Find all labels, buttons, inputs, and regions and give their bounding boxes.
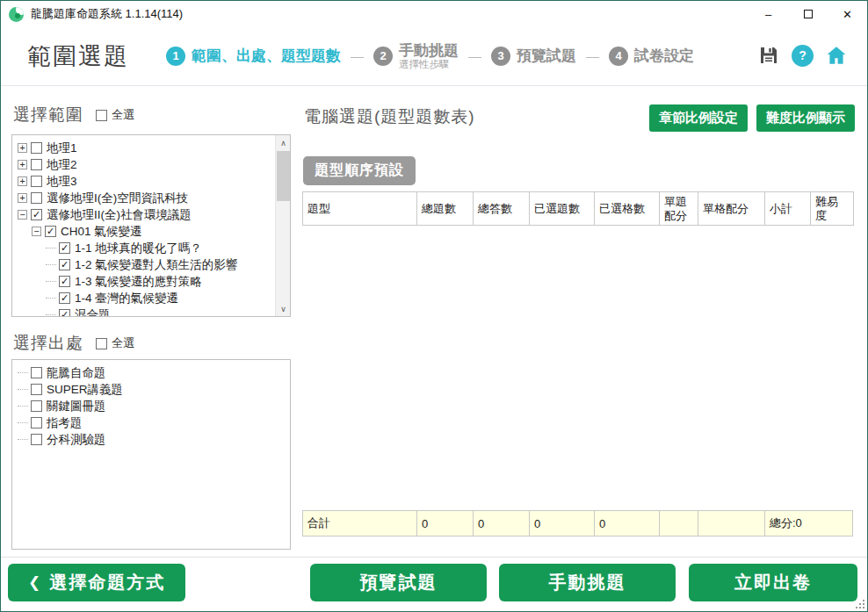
- tree-item-checkbox[interactable]: ✓: [59, 242, 70, 254]
- tree-item[interactable]: ✓ 混合題: [46, 306, 290, 317]
- tree-item[interactable]: ✓ 1-4 臺灣的氣候變遷: [46, 290, 290, 306]
- expand-toggle-icon[interactable]: +: [18, 143, 27, 153]
- tree-item-label[interactable]: CH01 氣候變遷: [61, 224, 141, 240]
- tree-item[interactable]: ✓ 1-1 地球真的暖化了嗎？: [46, 240, 290, 256]
- generate-exam-button[interactable]: 立即出卷: [689, 564, 857, 601]
- tree-item[interactable]: + 地理1: [18, 140, 290, 156]
- close-button[interactable]: ✕: [828, 1, 867, 27]
- tree-item-checkbox[interactable]: [31, 367, 42, 378]
- tree-item-checkbox[interactable]: ✓: [31, 209, 42, 220]
- source-select-all-checkbox[interactable]: [96, 338, 107, 349]
- scroll-down-icon[interactable]: ∨: [276, 301, 291, 316]
- tree-item[interactable]: ✓ 1-2 氣候變遷對人類生活的影響: [46, 256, 290, 273]
- step[interactable]: 3 預覽試題: [491, 47, 576, 66]
- column-header: 單題配分: [660, 192, 698, 226]
- save-icon[interactable]: [757, 44, 780, 67]
- tree-item-label[interactable]: 關鍵圖冊題: [47, 399, 106, 414]
- source-select-all[interactable]: 全選: [96, 335, 134, 351]
- computer-heading: 電腦選題(題型題數表): [304, 105, 475, 128]
- tree-item-checkbox[interactable]: [31, 434, 42, 445]
- step-separator: —: [586, 48, 599, 63]
- column-header: 已選題數: [530, 192, 595, 226]
- scroll-up-icon[interactable]: ∧: [276, 135, 291, 150]
- resize-grip[interactable]: [856, 600, 864, 608]
- tree-item[interactable]: 龍騰自命題: [18, 364, 290, 381]
- tree-item-checkbox[interactable]: [31, 400, 42, 412]
- tree-item-label[interactable]: SUPER講義題: [47, 382, 123, 398]
- tree-item-label[interactable]: 龍騰自命題: [47, 365, 106, 381]
- tree-item[interactable]: − ✓ CH01 氣候變遷: [32, 223, 290, 240]
- tree-item[interactable]: + 地理2: [18, 156, 290, 173]
- range-select-all[interactable]: 全選: [96, 107, 134, 123]
- tree-item-label[interactable]: 選修地理II(全)社會環境議題: [47, 207, 192, 223]
- step[interactable]: 2 手動挑題 選擇性步驟: [373, 42, 459, 71]
- back-to-method-button[interactable]: ❮ 選擇命題方式: [8, 564, 185, 601]
- tree-item-label[interactable]: 分科測驗題: [47, 432, 106, 448]
- tree-item[interactable]: ✓ 1-3 氣候變遷的應對策略: [46, 273, 290, 290]
- expand-toggle-icon[interactable]: −: [32, 227, 41, 236]
- expand-toggle-icon[interactable]: +: [18, 160, 27, 169]
- difficulty-ratio-button[interactable]: 難度比例顯示: [756, 104, 855, 132]
- tree-item-label[interactable]: 指考題: [47, 415, 83, 431]
- tree-item-checkbox[interactable]: ✓: [45, 226, 56, 237]
- manual-pick-button[interactable]: 手動挑題: [499, 564, 676, 601]
- tree-item-label[interactable]: 1-2 氣候變遷對人類生活的影響: [75, 257, 237, 273]
- tree-item-label[interactable]: 地理1: [47, 140, 77, 156]
- bottom-divider: [1, 557, 867, 558]
- tree-item[interactable]: 分科測驗題: [18, 431, 290, 448]
- expand-toggle-icon[interactable]: +: [18, 193, 27, 203]
- step[interactable]: 4 試卷設定: [609, 47, 694, 66]
- preview-questions-button[interactable]: 預覽試題: [310, 564, 487, 601]
- step-sublabel: 選擇性步驟: [399, 59, 459, 70]
- tree-item-checkbox[interactable]: [31, 176, 42, 187]
- tree-item-checkbox[interactable]: [31, 142, 42, 154]
- help-icon[interactable]: ?: [792, 45, 814, 67]
- expand-toggle-icon[interactable]: −: [18, 210, 27, 220]
- tree-connector: [46, 264, 56, 265]
- minimize-button[interactable]: –: [749, 1, 788, 27]
- page-header: 範圍選題 1 範圍、出處、題型題數 — 2 手動挑題 選擇性步驟 — 3 預覽試…: [1, 27, 867, 86]
- expand-toggle-icon[interactable]: +: [18, 176, 27, 186]
- tree-connector: [18, 439, 28, 440]
- tree-item[interactable]: + 地理3: [18, 173, 290, 190]
- tree-item[interactable]: SUPER講義題: [18, 381, 290, 398]
- tree-item-label[interactable]: 1-3 氣候變遷的應對策略: [75, 274, 202, 290]
- tree-item-checkbox[interactable]: [31, 417, 42, 428]
- back-button-label: 選擇命題方式: [49, 571, 165, 594]
- tree-item-checkbox[interactable]: [31, 384, 42, 395]
- tree-item[interactable]: 指考題: [18, 414, 290, 431]
- question-order-button[interactable]: 題型順序預設: [303, 156, 416, 185]
- total-label-cell: 合計: [303, 511, 417, 536]
- step[interactable]: 1 範圍、出處、題型題數: [166, 47, 341, 66]
- tree-item-label[interactable]: 地理2: [47, 157, 77, 173]
- home-icon[interactable]: [825, 44, 848, 67]
- step-separator: —: [351, 48, 364, 63]
- tree-connector: [46, 298, 56, 299]
- tree-item-checkbox[interactable]: ✓: [59, 259, 70, 270]
- scrollbar-thumb[interactable]: [277, 151, 290, 201]
- tree-item-label[interactable]: 地理3: [47, 174, 77, 190]
- tree-scrollbar[interactable]: ∧ ∨: [275, 135, 290, 316]
- tree-item[interactable]: − ✓ 選修地理II(全)社會環境議題: [18, 206, 290, 223]
- total-value-cell: 0: [595, 511, 660, 536]
- tree-item[interactable]: + 選修地理I(全)空間資訊科技: [18, 190, 290, 206]
- tree-item-label[interactable]: 選修地理I(全)空間資訊科技: [47, 191, 188, 206]
- chapter-ratio-button[interactable]: 章節比例設定: [649, 104, 748, 132]
- tree-item-label[interactable]: 1-1 地球真的暖化了嗎？: [75, 241, 202, 256]
- tree-item-label[interactable]: 混合題: [75, 307, 111, 318]
- tree-item-checkbox[interactable]: [31, 159, 42, 170]
- table-header-row: 題型總題數總答數已選題數已選格數單題配分單格配分小計難易度: [303, 192, 854, 226]
- column-header: 小計: [765, 192, 811, 226]
- tree-item-checkbox[interactable]: [31, 192, 42, 204]
- tree-item-label[interactable]: 1-4 臺灣的氣候變遷: [75, 291, 178, 306]
- range-select-all-label: 全選: [112, 107, 134, 123]
- tree-item-checkbox[interactable]: ✓: [59, 276, 70, 287]
- range-tree-panel: + 地理1 + 地理2 + 地理3 + 選修地理I(全)空間資訊科技 − ✓ 選…: [11, 134, 291, 317]
- tree-item[interactable]: 關鍵圖冊題: [18, 398, 290, 414]
- column-header: 總答數: [474, 192, 530, 226]
- range-select-all-checkbox[interactable]: [96, 110, 107, 121]
- maximize-button[interactable]: [788, 1, 828, 27]
- tree-item-checkbox[interactable]: ✓: [59, 292, 70, 304]
- tree-item-checkbox[interactable]: ✓: [59, 309, 70, 317]
- step-number-badge: 2: [373, 47, 393, 66]
